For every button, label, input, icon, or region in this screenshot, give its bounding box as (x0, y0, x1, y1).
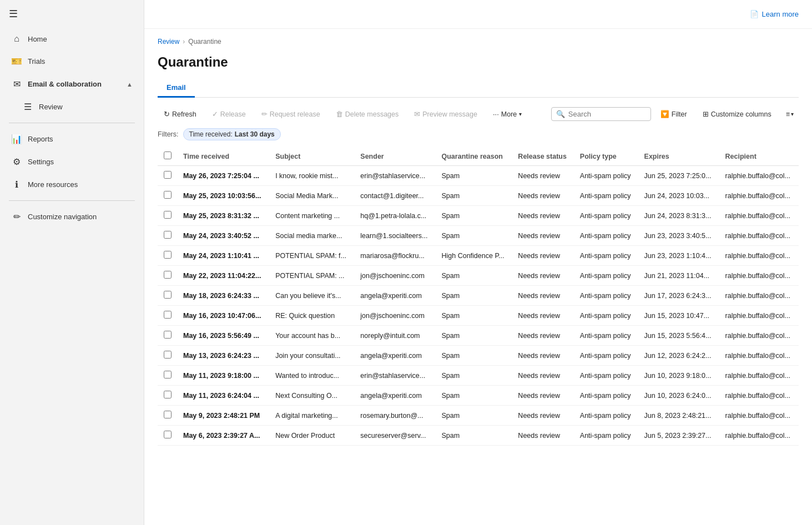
sidebar-item-review[interactable]: ☰ Review (2, 96, 142, 118)
sidebar-item-settings[interactable]: ⚙ Settings (2, 151, 142, 173)
filters-row: Filters: Time received: Last 30 days (158, 128, 799, 140)
row-checkbox-10[interactable] (164, 371, 172, 378)
cell-release-status: Needs review (512, 306, 574, 326)
row-checkbox-11[interactable] (164, 391, 172, 398)
row-checkbox-8[interactable] (164, 331, 172, 339)
sidebar-item-home[interactable]: ⌂ Home (2, 28, 142, 49)
cell-release-status: Needs review (512, 366, 574, 386)
filter-tag-time[interactable]: Time received: Last 30 days (183, 128, 281, 140)
sidebar-item-more-resources[interactable]: ℹ More resources (2, 174, 142, 195)
row-checkbox-12[interactable] (164, 411, 172, 418)
cell-time-received: May 22, 2023 11:04:22... (178, 266, 270, 286)
cell-policy-type: Anti-spam policy (574, 186, 639, 206)
sidebar-item-customize-nav[interactable]: ✏ Customize navigation (2, 206, 142, 228)
table-row[interactable]: May 24, 2023 3:40:52 ... Social media ma… (158, 226, 799, 246)
sort-chevron-icon: ▾ (791, 111, 794, 117)
row-checkbox-0[interactable] (164, 171, 172, 179)
cell-subject: I know, rookie mist... (270, 166, 355, 186)
cell-subject: Content marketing ... (270, 206, 355, 226)
customize-columns-button[interactable]: ⊞ Customize columns (697, 107, 778, 122)
breadcrumb: Review › Quarantine (158, 29, 799, 50)
cell-sender: learn@1.socialteers... (355, 226, 436, 246)
customize-columns-icon: ⊞ (703, 110, 709, 118)
sidebar-item-reports[interactable]: 📊 Reports (2, 128, 142, 150)
sidebar-section-email-collaboration[interactable]: ✉ Email & collaboration ▲ (2, 73, 142, 95)
release-button[interactable]: ✓ Release (206, 107, 252, 122)
cell-expires: Jun 5, 2023 2:39:27... (639, 426, 720, 446)
more-button[interactable]: ··· More ▾ (487, 107, 528, 122)
filters-label: Filters: (158, 130, 179, 138)
search-input[interactable] (568, 110, 646, 118)
cell-release-status: Needs review (512, 186, 574, 206)
cell-expires: Jun 23, 2023 1:10:4... (639, 246, 720, 266)
divider-2 (9, 200, 135, 201)
reports-icon: 📊 (11, 134, 22, 144)
header-checkbox-cell (158, 147, 178, 166)
cell-time-received: May 13, 2023 6:24:23 ... (178, 346, 270, 366)
sidebar-item-settings-label: Settings (28, 158, 54, 166)
row-checkbox-4[interactable] (164, 251, 172, 259)
learn-more-button[interactable]: 📄 Learn more (750, 10, 799, 18)
cell-recipient: ralphie.buffalo@col... (720, 226, 799, 246)
cell-recipient: ralphie.buffalo@col... (720, 386, 799, 406)
table-row[interactable]: May 16, 2023 10:47:06... RE: Quick quest… (158, 306, 799, 326)
table-row[interactable]: May 25, 2023 10:03:56... Social Media Ma… (158, 186, 799, 206)
sort-button[interactable]: ≡ ▾ (781, 107, 799, 122)
row-checkbox-cell (158, 166, 178, 186)
table-row[interactable]: May 18, 2023 6:24:33 ... Can you believe… (158, 286, 799, 306)
cell-sender: erin@stahlaservice... (355, 166, 436, 186)
cell-expires: Jun 12, 2023 6:24:2... (639, 346, 720, 366)
cell-release-status: Needs review (512, 166, 574, 186)
row-checkbox-3[interactable] (164, 231, 172, 239)
delete-messages-button[interactable]: 🗑 Delete messages (330, 107, 405, 122)
breadcrumb-review-link[interactable]: Review (158, 38, 179, 46)
table-row[interactable]: May 24, 2023 1:10:41 ... POTENTIAL SPAM:… (158, 246, 799, 266)
table-body: May 26, 2023 7:25:04 ... I know, rookie … (158, 166, 799, 446)
table-row[interactable]: May 22, 2023 11:04:22... POTENTIAL SPAM:… (158, 266, 799, 286)
cell-policy-type: Anti-spam policy (574, 166, 639, 186)
cell-time-received: May 11, 2023 9:18:00 ... (178, 366, 270, 386)
breadcrumb-quarantine: Quarantine (188, 38, 221, 46)
cell-time-received: May 25, 2023 10:03:56... (178, 186, 270, 206)
cell-recipient: ralphie.buffalo@col... (720, 246, 799, 266)
row-checkbox-6[interactable] (164, 291, 172, 299)
select-all-checkbox[interactable] (164, 152, 172, 159)
cell-policy-type: Anti-spam policy (574, 366, 639, 386)
table-row[interactable]: May 9, 2023 2:48:21 PM A digital marketi… (158, 406, 799, 426)
row-checkbox-2[interactable] (164, 211, 172, 219)
cell-quarantine-reason: Spam (436, 186, 513, 206)
table-row[interactable]: May 25, 2023 8:31:32 ... Content marketi… (158, 206, 799, 226)
table-row[interactable]: May 26, 2023 7:25:04 ... I know, rookie … (158, 166, 799, 186)
table-row[interactable]: May 13, 2023 6:24:23 ... Join your consu… (158, 346, 799, 366)
filter-button[interactable]: 🔽 Filter (654, 107, 693, 122)
table-row[interactable]: May 11, 2023 6:24:04 ... Next Consulting… (158, 386, 799, 406)
cell-sender: noreply@intuit.com (355, 326, 436, 346)
table-row[interactable]: May 11, 2023 9:18:00 ... Wanted to intro… (158, 366, 799, 386)
row-checkbox-7[interactable] (164, 311, 172, 319)
row-checkbox-5[interactable] (164, 271, 172, 279)
cell-release-status: Needs review (512, 326, 574, 346)
cell-recipient: ralphie.buffalo@col... (720, 286, 799, 306)
sidebar-item-trials[interactable]: 🎫 Trials (2, 51, 142, 72)
header-expires: Expires (639, 147, 720, 166)
tab-email[interactable]: Email (158, 79, 195, 98)
cell-time-received: May 16, 2023 10:47:06... (178, 306, 270, 326)
tabs: Email (158, 79, 799, 98)
menu-icon[interactable]: ☰ (0, 0, 144, 28)
request-release-button[interactable]: ✏ Request release (255, 107, 326, 122)
row-checkbox-9[interactable] (164, 351, 172, 359)
table-row[interactable]: May 6, 2023 2:39:27 A... New Order Produ… (158, 426, 799, 446)
table-row[interactable]: May 16, 2023 5:56:49 ... Your account ha… (158, 326, 799, 346)
learn-more-label: Learn more (762, 10, 799, 18)
refresh-button[interactable]: ↻ Refresh (158, 107, 203, 122)
row-checkbox-1[interactable] (164, 191, 172, 199)
cell-subject: POTENTIAL SPAM: f... (270, 246, 355, 266)
cell-policy-type: Anti-spam policy (574, 386, 639, 406)
cell-sender: hq@1.petra-lolala.c... (355, 206, 436, 226)
row-checkbox-13[interactable] (164, 431, 172, 438)
preview-message-button[interactable]: ✉ Preview message (408, 107, 483, 122)
cell-policy-type: Anti-spam policy (574, 206, 639, 226)
cell-release-status: Needs review (512, 226, 574, 246)
cell-quarantine-reason: Spam (436, 366, 513, 386)
cell-release-status: Needs review (512, 386, 574, 406)
